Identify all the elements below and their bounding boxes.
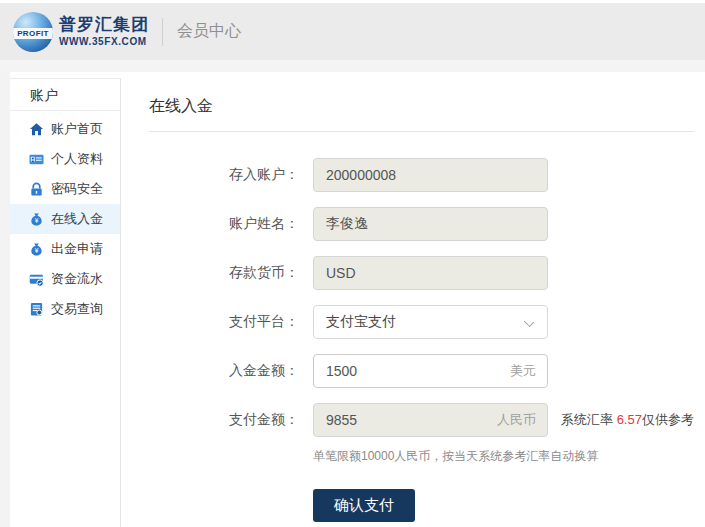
sidebar-item-profile[interactable]: 个人资料 [10,144,120,174]
rate-note-prefix: 系统汇率 [561,412,617,427]
sidebar-item-withdrawal[interactable]: ¥ 出金申请 [10,234,120,264]
company-name: 普罗汇集团 [59,16,149,35]
member-center-title: 会员中心 [177,21,241,42]
sidebar-item-funds-flow[interactable]: 资金流水 [10,264,120,294]
limit-hint: 单笔限额10000人民币，按当天系统参考汇率自动换算 [313,448,694,465]
home-icon [29,122,44,137]
header-subbar [0,60,705,72]
left-rail [0,72,10,527]
form-row-deposit-currency: 存款货币： [149,256,694,290]
form-row-payment-platform: 支付平台： 支付宝支付 [149,305,694,339]
sidebar-item-label: 个人资料 [51,150,103,168]
sidebar-item-label: 交易查询 [51,300,103,318]
sidebar-item-label: 出金申请 [51,240,103,258]
svg-text:¥: ¥ [35,217,39,224]
sidebar-item-password-security[interactable]: 密码安全 [10,174,120,204]
payment-platform-value: 支付宝支付 [326,313,396,331]
deposit-form: 存入账户： 账户姓名： 存款货币： 支付平台： 支 [149,158,694,522]
sidebar-item-account-home[interactable]: 账户首页 [10,114,120,144]
title-divider [149,131,694,132]
payment-amount-input [313,403,548,437]
sidebar-item-label: 账户首页 [51,120,103,138]
rate-value: 6.57 [617,412,642,427]
svg-text:¥: ¥ [35,247,39,254]
sidebar-item-label: 在线入金 [51,210,103,228]
payment-platform-select[interactable]: 支付宝支付 [313,305,548,339]
payment-amount-label: 支付金额： [149,411,299,429]
withdraw-icon: ¥ [29,242,44,257]
sidebar-group-title: 账户 [10,79,120,111]
trade-query-icon [29,302,44,317]
account-name-input [313,207,548,241]
exchange-rate-note: 系统汇率 6.57仅供参考 [561,411,694,429]
form-row-payment-amount: 支付金额： 人民币 系统汇率 6.57仅供参考 [149,403,694,437]
deposit-currency-label: 存款货币： [149,264,299,282]
form-row-deposit-amount: 入金金额： 美元 [149,354,694,388]
logo: PROFIT 普罗汇集团 WWW.35FX.COM [13,12,149,52]
sidebar-item-label: 密码安全 [51,180,103,198]
confirm-payment-button[interactable]: 确认支付 [313,489,415,522]
sidebar-item-trade-query[interactable]: 交易查询 [10,294,120,324]
header: PROFIT 普罗汇集团 WWW.35FX.COM 会员中心 [0,0,705,60]
sidebar-item-label: 资金流水 [51,270,103,288]
chevron-down-icon [524,317,534,327]
sidebar-item-online-deposit[interactable]: ¥ 在线入金 [10,204,120,234]
form-row-account-name: 账户姓名： [149,207,694,241]
logo-brand-text: PROFIT [17,29,49,38]
form-row-deposit-account: 存入账户： [149,158,694,192]
deposit-amount-label: 入金金额： [149,362,299,380]
main-panel: 在线入金 存入账户： 账户姓名： 存款货币： [121,72,705,527]
header-divider [162,18,163,46]
company-website: WWW.35FX.COM [59,36,149,47]
funds-flow-icon [29,272,44,287]
deposit-account-label: 存入账户： [149,166,299,184]
profit-globe-icon: PROFIT [13,12,53,52]
deposit-account-input [313,158,548,192]
account-name-label: 账户姓名： [149,215,299,233]
deposit-currency-input [313,256,548,290]
rate-note-suffix: 仅供参考 [642,412,694,427]
page-title: 在线入金 [149,96,694,117]
sidebar: 账户 账户首页 个人资料 密码安全 [10,78,121,527]
payment-platform-label: 支付平台： [149,313,299,331]
id-card-icon [29,152,44,167]
deposit-amount-input[interactable] [313,354,548,388]
lock-icon [29,182,44,197]
deposit-icon: ¥ [29,212,44,227]
